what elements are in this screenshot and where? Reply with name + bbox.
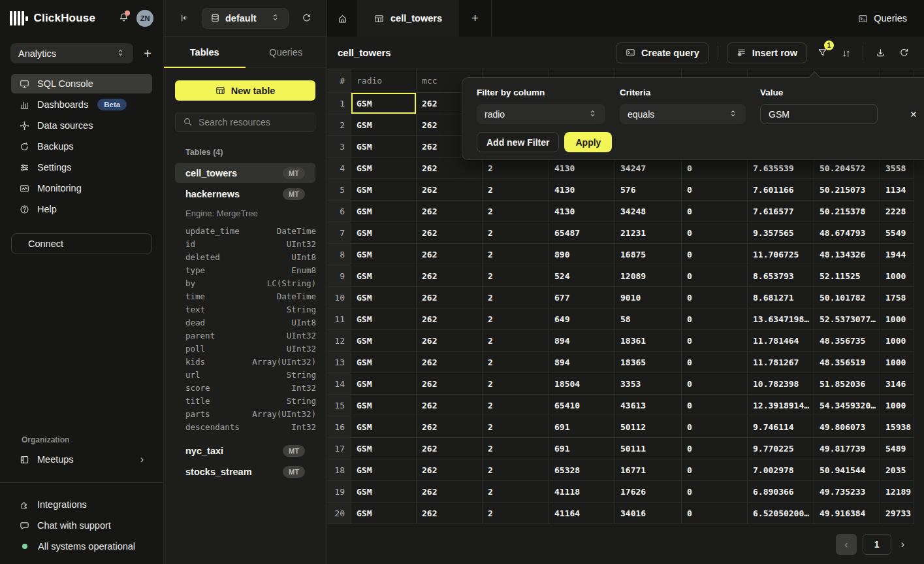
new-tab-button[interactable]: + (459, 0, 492, 37)
table-cell[interactable]: 262 (417, 222, 483, 244)
table-cell[interactable]: GSM (351, 416, 417, 438)
table-cell[interactable]: 41118 (549, 481, 615, 503)
service-selector[interactable]: Analytics (10, 43, 133, 63)
table-cell[interactable]: 0 (682, 330, 748, 352)
table-cell[interactable]: 34248 (615, 201, 682, 222)
sort-button[interactable]: ↓↑ (837, 44, 854, 61)
table-cell[interactable]: GSM (351, 438, 417, 459)
sidebar-item-monitoring[interactable]: Monitoring (11, 178, 152, 198)
table-cell[interactable]: 48.356519 (814, 352, 880, 373)
apply-filter-button[interactable]: Apply (564, 132, 612, 152)
database-selector[interactable]: default (202, 8, 289, 29)
table-cell[interactable]: 2 (483, 265, 549, 287)
table-cell[interactable]: 18365 (615, 352, 682, 373)
table-cell[interactable]: 21231 (615, 222, 682, 244)
table-cell[interactable]: 50.204572 (814, 158, 880, 179)
table-cell[interactable]: 0 (682, 352, 748, 373)
table-cell[interactable]: 15938 (880, 416, 914, 438)
table-cell[interactable]: 3146 (880, 373, 914, 395)
table-cell[interactable]: 9.770225 (748, 438, 814, 459)
table-cell[interactable]: 51.852036 (814, 373, 880, 395)
table-cell[interactable]: 7.002978 (748, 459, 814, 481)
table-cell[interactable]: GSM (351, 244, 417, 265)
remove-filter-button[interactable]: ✕ (910, 109, 917, 120)
tab-queries[interactable]: Queries (246, 37, 327, 67)
collapse-panel-button[interactable] (176, 10, 193, 27)
table-cell[interactable]: 48.674793 (814, 222, 880, 244)
table-cell[interactable]: 6.52050200… (748, 503, 814, 524)
table-cell[interactable]: 65328 (549, 459, 615, 481)
create-query-button[interactable]: Create query (616, 42, 709, 63)
table-cell[interactable]: 894 (549, 352, 615, 373)
table-cell[interactable]: 649 (549, 308, 615, 330)
refresh-table-button[interactable] (895, 44, 912, 61)
sidebar-item-integrations[interactable]: Integrations (11, 495, 152, 514)
table-cell[interactable]: 0 (682, 201, 748, 222)
table-cell[interactable]: 50.215073 (814, 179, 880, 201)
table-cell[interactable]: 2 (483, 438, 549, 459)
table-cell[interactable]: 43613 (615, 395, 682, 416)
table-cell[interactable]: 1134 (880, 179, 914, 201)
table-cell[interactable]: 10.782398 (748, 373, 814, 395)
table-cell[interactable]: 4130 (549, 201, 615, 222)
table-cell[interactable]: 262 (417, 503, 483, 524)
table-cell[interactable]: 0 (682, 416, 748, 438)
table-cell[interactable]: 0 (682, 179, 748, 201)
connect-button[interactable]: Connect (11, 233, 152, 254)
notifications-button[interactable] (119, 12, 129, 24)
table-cell[interactable]: 262 (417, 459, 483, 481)
avatar[interactable]: ZN (136, 10, 153, 27)
pagination-next-button[interactable]: › (897, 536, 908, 553)
table-cell[interactable]: 1944 (880, 244, 914, 265)
table-cell[interactable]: GSM (351, 373, 417, 395)
table-cell[interactable]: 12.3918914… (748, 395, 814, 416)
table-item-stocks_stream[interactable]: stocks_streamMT (175, 461, 315, 482)
table-cell[interactable]: 65487 (549, 222, 615, 244)
table-item-cell_towers[interactable]: cell_towersMT (175, 163, 315, 183)
table-cell[interactable]: 8.653793 (748, 265, 814, 287)
table-cell[interactable]: GSM (351, 158, 417, 179)
table-cell[interactable]: 58 (615, 308, 682, 330)
table-cell[interactable]: 49.916384 (814, 503, 880, 524)
table-cell[interactable]: 262 (417, 201, 483, 222)
sidebar-item-all-systems-operational[interactable]: All systems operational (11, 537, 152, 556)
table-cell[interactable]: 1000 (880, 265, 914, 287)
table-cell[interactable]: 18361 (615, 330, 682, 352)
table-cell[interactable]: 262 (417, 352, 483, 373)
filter-value-input[interactable] (760, 104, 878, 124)
filter-criteria-select[interactable]: equals (620, 104, 746, 124)
table-cell[interactable]: 41164 (549, 503, 615, 524)
table-cell[interactable]: 2 (483, 330, 549, 352)
table-cell[interactable]: GSM (351, 330, 417, 352)
table-cell[interactable]: 0 (682, 395, 748, 416)
table-cell[interactable]: 262 (417, 308, 483, 330)
table-cell[interactable]: 9.357565 (748, 222, 814, 244)
table-cell[interactable]: 2 (483, 503, 549, 524)
table-cell[interactable]: 262 (417, 481, 483, 503)
table-cell[interactable]: 13.6347198… (748, 308, 814, 330)
table-cell[interactable]: 262 (417, 287, 483, 308)
table-cell[interactable]: 11.781267 (748, 352, 814, 373)
table-cell[interactable]: 262 (417, 373, 483, 395)
table-cell[interactable]: 524 (549, 265, 615, 287)
table-cell[interactable]: 52.5373077… (814, 308, 880, 330)
table-cell[interactable]: 262 (417, 395, 483, 416)
search-resources-input[interactable] (199, 117, 308, 127)
table-cell[interactable]: 4130 (549, 179, 615, 201)
table-cell[interactable]: 0 (682, 287, 748, 308)
table-cell[interactable]: 11.706725 (748, 244, 814, 265)
table-cell[interactable]: 4130 (549, 158, 615, 179)
sidebar-item-sql-console[interactable]: SQL Console (11, 74, 152, 93)
filter-button[interactable]: 1 (814, 44, 831, 61)
table-cell[interactable]: 262 (417, 438, 483, 459)
table-cell[interactable]: 16771 (615, 459, 682, 481)
table-cell[interactable]: 0 (682, 308, 748, 330)
filter-column-select[interactable]: radio (477, 104, 605, 124)
table-cell[interactable]: 262 (417, 330, 483, 352)
table-cell[interactable]: GSM (351, 136, 417, 158)
table-cell[interactable]: 262 (417, 265, 483, 287)
table-cell[interactable]: 2 (483, 158, 549, 179)
insert-row-button[interactable]: Insert row (727, 42, 807, 63)
table-cell[interactable]: 0 (682, 373, 748, 395)
table-cell[interactable]: 691 (549, 416, 615, 438)
